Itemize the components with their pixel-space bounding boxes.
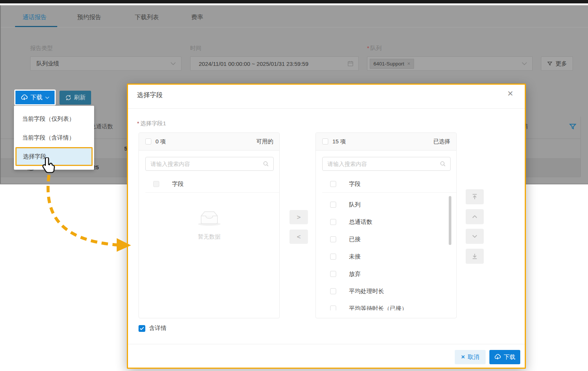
refresh-button-label: 刷新 <box>74 94 86 102</box>
modal-close-icon[interactable]: × <box>507 88 513 99</box>
selected-header-checkbox[interactable] <box>330 181 336 187</box>
table-right-border <box>580 117 581 177</box>
list-item-total-calls[interactable]: 总通话数 <box>316 213 456 231</box>
arrow-to-bottom-icon <box>471 252 479 260</box>
list-item-queue[interactable]: 队列 <box>316 196 456 213</box>
item-label: 平均处理时长 <box>349 287 384 295</box>
item-label: 平均等待时长（已接） <box>349 305 407 311</box>
item-checkbox[interactable] <box>330 306 336 310</box>
queue-label: *队列 <box>367 45 382 52</box>
select-all-available-checkbox[interactable] <box>145 138 151 144</box>
queue-multiselect[interactable]: 6401-Support × <box>367 56 533 71</box>
cloud-download-icon <box>494 354 501 360</box>
screenshot-root: 通话报告 预约报告 下载列表 费率 报告类型 时间 *队列 队列业绩 2024/… <box>0 0 588 371</box>
selected-field-list: 队列 总通话数 已接 未接 放弃 平均处理时长 平均等待时长（已接） <box>316 196 456 310</box>
close-x-icon: × <box>461 353 465 361</box>
chevron-down-icon <box>171 62 176 65</box>
select-fields-modal: 选择字段 × *选择字段1 0 项 可用的 字 <box>127 84 526 369</box>
search-icon <box>263 161 269 167</box>
available-column-header: 字段 <box>139 176 279 192</box>
chevron-down-icon <box>471 232 479 240</box>
download-dropdown-menu: 当前字段（仅列表） 当前字段（含详情） 选择字段 <box>14 106 94 170</box>
move-down-button[interactable] <box>466 229 484 244</box>
column-header-divider <box>145 192 279 193</box>
selected-search-box <box>322 157 451 171</box>
available-panel-header: 0 项 可用的 <box>139 133 279 151</box>
time-range-value: 2024/11/01 00:00:00 ~ 2025/01/31 23:59:5… <box>199 61 308 67</box>
available-header-checkbox <box>153 181 159 187</box>
queue-tag[interactable]: 6401-Support × <box>370 59 414 69</box>
list-item-avg-handle-time[interactable]: 平均处理时长 <box>316 283 456 300</box>
selected-count: 15 项 <box>332 138 346 145</box>
column-header-divider <box>322 192 456 193</box>
modal-title: 选择字段 <box>137 91 163 99</box>
transfer-panel-selected: 15 项 已选择 字段 队列 总通话数 已接 <box>315 132 457 318</box>
required-asterisk: * <box>137 120 139 126</box>
move-to-top-button[interactable] <box>466 189 484 204</box>
move-up-button[interactable] <box>466 209 484 224</box>
empty-box-icon <box>197 210 222 227</box>
download-button-label: 下载 <box>30 94 43 102</box>
modal-download-label: 下载 <box>504 353 515 361</box>
time-range-picker[interactable]: 2024/11/01 00:00:00 ~ 2025/01/31 23:59:5… <box>190 56 359 71</box>
report-type-label: 报告类型 <box>30 45 53 52</box>
item-checkbox[interactable] <box>330 288 336 294</box>
checkmark-icon <box>140 327 144 330</box>
include-details-checkbox[interactable] <box>139 325 145 332</box>
calendar-icon <box>347 60 354 67</box>
menu-item-current-fields-list-only[interactable]: 当前字段（仅列表） <box>14 109 94 128</box>
select-all-selected-checkbox[interactable] <box>322 138 328 144</box>
cancel-button-label: 取消 <box>468 353 479 361</box>
empty-state-text: 暂无数据 <box>139 233 279 240</box>
item-checkbox[interactable] <box>330 254 336 260</box>
item-checkbox[interactable] <box>330 219 336 225</box>
field-group-label: *选择字段1 <box>137 120 166 127</box>
list-item-abandoned[interactable]: 放弃 <box>316 265 456 283</box>
selected-side-label: 已选择 <box>433 138 450 145</box>
available-search-input[interactable] <box>146 161 263 167</box>
chevron-down-icon <box>45 96 49 99</box>
selected-panel-header: 15 项 已选择 <box>316 133 456 151</box>
available-count: 0 项 <box>155 138 166 145</box>
menu-item-select-fields[interactable]: 选择字段 <box>15 147 93 166</box>
tab-rates[interactable]: 费率 <box>191 14 203 21</box>
tab-reservation-report[interactable]: 预约报告 <box>77 14 101 21</box>
modal-footer-divider <box>128 344 525 344</box>
item-label: 队列 <box>349 201 361 209</box>
item-checkbox[interactable] <box>330 202 336 208</box>
modal-download-button[interactable]: 下载 <box>489 350 520 364</box>
refresh-button[interactable]: 刷新 <box>59 91 91 105</box>
move-to-selected-button[interactable]: > <box>289 210 308 224</box>
item-checkbox[interactable] <box>330 271 336 277</box>
selected-search-input[interactable] <box>323 161 440 167</box>
search-icon <box>440 161 446 167</box>
move-to-bottom-button[interactable] <box>466 249 484 264</box>
more-filters-button[interactable]: 更多 <box>541 56 573 71</box>
column-filter-funnel-icon[interactable] <box>569 123 577 131</box>
cancel-button[interactable]: × 取消 <box>455 350 486 364</box>
list-item-avg-wait-time[interactable]: 平均等待时长（已接） <box>316 300 456 310</box>
tag-remove-icon[interactable]: × <box>407 61 410 67</box>
menu-item-current-fields-with-details[interactable]: 当前字段（含详情） <box>14 128 94 147</box>
transfer-panel-available: 0 项 可用的 字段 <box>139 132 280 318</box>
list-item-missed[interactable]: 未接 <box>316 248 456 265</box>
item-label: 总通话数 <box>349 218 372 226</box>
tab-call-report[interactable]: 通话报告 <box>23 14 47 21</box>
item-label: 放弃 <box>349 270 361 278</box>
include-details-option[interactable]: 含详情 <box>139 324 167 332</box>
item-checkbox[interactable] <box>330 236 336 242</box>
empty-state: 暂无数据 <box>139 210 279 240</box>
item-label: 已接 <box>349 236 361 243</box>
move-to-available-button[interactable]: < <box>289 230 308 244</box>
tab-download-list[interactable]: 下载列表 <box>135 14 159 21</box>
report-type-select[interactable]: 队列业绩 <box>30 56 181 71</box>
queue-tag-label: 6401-Support <box>373 61 404 67</box>
refresh-icon <box>65 94 72 101</box>
available-column-label: 字段 <box>172 180 184 188</box>
more-button-label: 更多 <box>556 60 567 67</box>
include-details-label: 含详情 <box>149 324 167 332</box>
list-item-answered[interactable]: 已接 <box>316 231 456 248</box>
list-scrollbar-thumb[interactable] <box>449 196 451 245</box>
time-label: 时间 <box>190 45 201 52</box>
download-button[interactable]: 下载 <box>14 90 56 105</box>
